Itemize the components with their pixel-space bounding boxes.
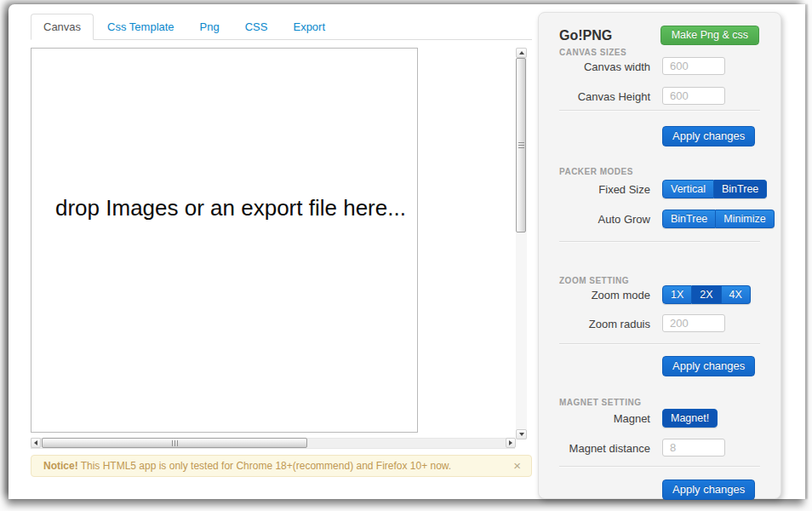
scroll-down-button[interactable]: [516, 429, 527, 439]
zoom-setting-heading: ZOOM SETTING: [559, 276, 629, 285]
app-title: Go!PNG: [559, 28, 612, 43]
arrow-left-icon: [34, 440, 37, 445]
canvas-width-row: Canvas width: [559, 57, 767, 78]
auto-grow-button-group: BinTree Minimize: [662, 210, 775, 228]
fixed-size-vertical-button[interactable]: Vertical: [662, 180, 714, 198]
canvas-height-label: Canvas Height: [559, 90, 650, 103]
magnet-toggle-button[interactable]: Magnet!: [662, 409, 718, 428]
notice-alert: Notice!This HTML5 app is only tested for…: [31, 455, 532, 477]
drop-hint-text: drop Images or an export file here...: [55, 195, 396, 221]
scroll-right-button[interactable]: [506, 438, 516, 448]
canvas-width-label: Canvas width: [559, 60, 650, 73]
magnet-row: Magnet Magnet!: [559, 409, 767, 429]
close-icon[interactable]: ×: [513, 456, 521, 476]
scroll-up-button[interactable]: [516, 48, 527, 58]
canvas-scroll-area: drop Images or an export file here...: [31, 48, 526, 449]
tab-png[interactable]: Png: [188, 14, 232, 39]
divider: [559, 110, 760, 112]
zoom-radius-row: Zoom raduis: [559, 314, 767, 335]
settings-sidebar: Go!PNG Make Png & css CANVAS SIZES Canva…: [538, 12, 781, 499]
fixed-size-row: Fixed Size Vertical BinTree: [559, 180, 767, 200]
arrow-up-icon: [519, 51, 524, 55]
tab-export[interactable]: Export: [281, 14, 337, 39]
canvas-height-row: Canvas Height: [559, 87, 767, 107]
packer-modes-heading: PACKER MODES: [559, 167, 633, 176]
zoom-mode-label: Zoom mode: [559, 289, 650, 301]
tab-css[interactable]: CSS: [233, 14, 280, 39]
grip-icon: [172, 440, 178, 446]
zoom-4x-button[interactable]: 4X: [722, 285, 751, 304]
auto-grow-bintree-button[interactable]: BinTree: [662, 210, 716, 228]
apply-zoom-setting-button[interactable]: Apply changes: [662, 356, 755, 376]
scroll-left-button[interactable]: [31, 438, 41, 448]
tab-css-template[interactable]: Css Template: [95, 14, 186, 39]
zoom-radius-label: Zoom raduis: [559, 318, 650, 330]
auto-grow-label: Auto Grow: [559, 213, 650, 226]
zoom-mode-button-group: 1X 2X 4X: [662, 285, 751, 304]
apply-canvas-sizes-button[interactable]: Apply changes: [662, 126, 755, 146]
sprite-canvas-dropzone[interactable]: drop Images or an export file here...: [31, 48, 418, 433]
auto-grow-minimize-button[interactable]: Minimize: [716, 210, 774, 228]
canvas-width-input[interactable]: [662, 57, 725, 75]
zoom-radius-input[interactable]: [662, 314, 725, 332]
vertical-scrollbar[interactable]: [516, 48, 527, 439]
tab-canvas[interactable]: Canvas: [31, 14, 94, 40]
magnet-setting-heading: MAGNET SETTING: [559, 398, 641, 407]
zoom-2x-button[interactable]: 2X: [692, 285, 721, 304]
notice-prefix: Notice!: [43, 460, 78, 472]
magnet-button-group: Magnet!: [662, 409, 718, 428]
divider: [559, 343, 760, 345]
magnet-label: Magnet: [559, 412, 650, 425]
arrow-right-icon: [509, 440, 512, 445]
horizontal-scrollbar-thumb[interactable]: [42, 438, 307, 448]
notice-message: This HTML5 app is only tested for Chrome…: [81, 460, 452, 472]
magnet-distance-label: Magnet distance: [559, 442, 650, 455]
grip-icon: [518, 142, 524, 148]
horizontal-scrollbar[interactable]: [31, 438, 515, 449]
fixed-size-button-group: Vertical BinTree: [662, 180, 767, 198]
zoom-mode-row: Zoom mode 1X 2X 4X: [559, 285, 767, 306]
canvas-sizes-heading: CANVAS SIZES: [559, 48, 626, 57]
vertical-scrollbar-thumb[interactable]: [516, 58, 526, 233]
tab-bar: Canvas Css Template Png CSS Export: [31, 14, 532, 40]
apply-magnet-setting-button[interactable]: Apply changes: [662, 479, 755, 500]
fixed-size-bintree-button[interactable]: BinTree: [714, 180, 767, 198]
arrow-down-icon: [519, 433, 524, 436]
make-png-css-button[interactable]: Make Png & css: [660, 26, 759, 45]
auto-grow-row: Auto Grow BinTree Minimize: [559, 210, 767, 230]
magnet-distance-row: Magnet distance: [559, 439, 767, 459]
app-window: Canvas Css Template Png CSS Export drop …: [9, 4, 805, 499]
divider: [559, 241, 760, 243]
magnet-distance-input[interactable]: [662, 439, 725, 456]
zoom-1x-button[interactable]: 1X: [662, 285, 692, 304]
canvas-height-input[interactable]: [662, 87, 725, 105]
fixed-size-label: Fixed Size: [559, 183, 650, 196]
divider: [559, 466, 760, 468]
